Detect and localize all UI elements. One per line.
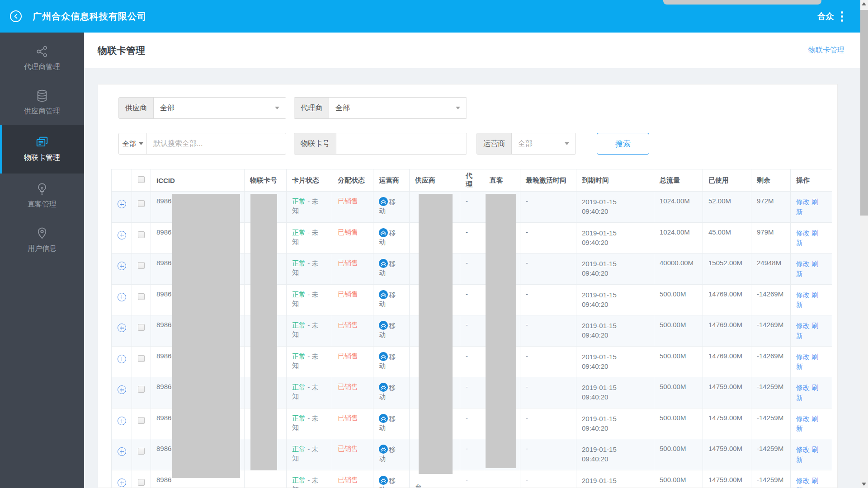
china-mobile-icon	[379, 197, 388, 206]
remain-flow-cell: 972M	[751, 192, 791, 223]
row-checkbox[interactable]	[138, 386, 145, 393]
sidebar-item-label: 供应商管理	[24, 107, 60, 116]
expire-time-value: 2019-01-15 09:40:20	[582, 228, 626, 247]
scrollbar-down-arrow-icon[interactable]	[862, 483, 866, 486]
edit-link[interactable]: 修改	[796, 477, 810, 484]
sidebar-item-user-info[interactable]: 用户信息	[0, 218, 84, 262]
header-direct-customer: 直客	[484, 169, 520, 192]
row-checkbox[interactable]	[138, 262, 145, 269]
sidebar-item-direct-customer-management[interactable]: 直客管理	[0, 174, 84, 218]
expire-time-cell: 2019-01-15 09:40:20	[576, 470, 654, 488]
edit-link[interactable]: 修改	[796, 260, 810, 267]
remain-flow-cell: 24948M	[751, 253, 791, 285]
expire-time-value: 2019-01-15 09:40:20	[582, 414, 626, 433]
row-checkbox[interactable]	[138, 231, 145, 238]
redaction-block-cardno	[250, 194, 277, 470]
redaction-block-iccid	[172, 194, 240, 478]
row-checkbox[interactable]	[138, 479, 145, 486]
sidebar-item-iot-card-management[interactable]: 物联卡管理	[0, 125, 84, 174]
select-all-checkbox[interactable]	[138, 176, 145, 183]
card-status-cell: 正常 - 未知	[287, 439, 332, 470]
supplier-select[interactable]: 全部	[154, 98, 286, 118]
chevron-down-icon	[139, 142, 143, 145]
scrollbar-thumb[interactable]	[860, 10, 868, 216]
edit-link[interactable]: 修改	[796, 353, 810, 361]
content-area: 供应商 全部 代理商 全部	[84, 68, 860, 488]
china-mobile-icon	[379, 445, 388, 454]
chevron-down-icon	[565, 142, 569, 145]
expire-time-cell: 2019-01-15 09:40:20	[576, 284, 654, 315]
china-mobile-icon	[379, 290, 388, 299]
assign-status-cell: 已销售	[332, 408, 373, 439]
agent-cell: -	[460, 284, 484, 315]
back-button[interactable]	[10, 10, 22, 22]
expand-row-icon[interactable]	[118, 479, 126, 487]
header-total-flow: 总流量	[654, 169, 703, 192]
edit-link[interactable]: 修改	[796, 446, 810, 453]
assign-status-value: 已销售	[338, 290, 358, 298]
sidebar-item-agent-management[interactable]: 代理商管理	[0, 36, 84, 80]
edit-link[interactable]: 修改	[796, 384, 810, 391]
remain-flow-cell: 979M	[751, 222, 791, 253]
card-status-normal: 正常	[292, 321, 306, 329]
user-name[interactable]: 合众	[817, 11, 834, 22]
row-checkbox[interactable]	[138, 293, 145, 300]
arrow-left-icon	[13, 13, 19, 19]
expand-row-icon[interactable]	[118, 324, 126, 332]
redaction-block-direct-customer	[486, 194, 516, 468]
card-status-cell: 正常 - 未知	[287, 408, 332, 439]
topbar: 广州合众信息科技有限公司 合众	[0, 0, 860, 33]
expand-row-icon[interactable]	[118, 231, 126, 239]
row-checkbox[interactable]	[138, 417, 145, 424]
search-button[interactable]: 搜索	[597, 133, 649, 155]
edit-link[interactable]: 修改	[796, 322, 810, 329]
vertical-scrollbar[interactable]	[860, 0, 868, 488]
card-status-cell: 正常 - 未知	[287, 377, 332, 408]
agent-cell: -	[460, 253, 484, 285]
actions-cell: 修改 刷新	[791, 377, 832, 408]
operator-filter-label: 运营商	[477, 133, 512, 154]
filter-row-1: 供应商 全部 代理商 全部	[111, 97, 831, 119]
page-title: 物联卡管理	[98, 44, 145, 57]
header-assign-status: 分配状态	[332, 169, 373, 192]
company-title: 广州合众信息科技有限公司	[33, 10, 146, 23]
edit-link[interactable]: 修改	[796, 198, 810, 206]
edit-link[interactable]: 修改	[796, 291, 810, 299]
row-checkbox[interactable]	[138, 200, 145, 207]
edit-link[interactable]: 修改	[796, 229, 810, 237]
expand-row-icon[interactable]	[118, 200, 126, 208]
row-checkbox[interactable]	[138, 448, 145, 455]
scrollbar-up-arrow-icon[interactable]	[862, 2, 866, 5]
total-flow-cell: 1024.00M	[654, 222, 703, 253]
expire-time-cell: 2019-01-15 09:40:20	[576, 346, 654, 377]
expand-row-icon[interactable]	[118, 417, 126, 425]
expand-row-icon[interactable]	[118, 293, 126, 301]
expire-time-value: 2019-01-15 09:40:20	[582, 445, 626, 464]
row-checkbox[interactable]	[138, 355, 145, 362]
iccid-value: 8986	[156, 383, 171, 390]
agent-cell: -	[460, 315, 484, 347]
operator-cell: 移动	[373, 346, 410, 377]
header-iccid: ICCID	[151, 169, 245, 192]
sidebar-item-supplier-management[interactable]: 供应商管理	[0, 80, 84, 125]
breadcrumb[interactable]: 物联卡管理	[808, 46, 844, 55]
expand-row-icon[interactable]	[118, 355, 126, 363]
expand-row-icon[interactable]	[118, 447, 126, 456]
operator-select[interactable]: 全部	[512, 133, 576, 154]
search-input[interactable]	[147, 133, 286, 154]
card-status-cell: 正常 - 未知	[287, 470, 332, 488]
assign-status-value: 已销售	[338, 228, 358, 236]
edit-link[interactable]: 修改	[796, 415, 810, 422]
search-scope-dropdown[interactable]: 全部	[119, 133, 147, 154]
agent-select[interactable]: 全部	[329, 98, 467, 118]
agent-cell: -	[460, 439, 484, 470]
agent-cell: -	[460, 408, 484, 439]
cardno-input[interactable]	[336, 133, 467, 154]
kebab-menu-icon[interactable]	[841, 11, 843, 22]
operator-cell: 移动	[373, 284, 410, 315]
expand-row-icon[interactable]	[118, 262, 126, 270]
expand-row-icon[interactable]	[118, 385, 126, 394]
row-checkbox[interactable]	[138, 324, 145, 331]
card-status-cell: 正常 - 未知	[287, 315, 332, 347]
assign-status-cell: 已销售	[332, 284, 373, 315]
